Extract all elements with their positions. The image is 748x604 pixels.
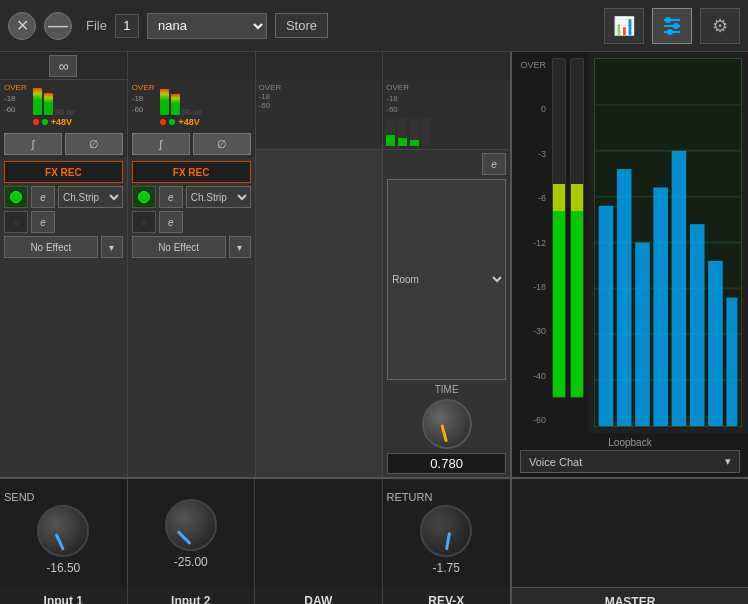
send-knob-indicator-input1	[54, 533, 64, 551]
bar-chart-icon: 📊	[613, 15, 635, 37]
meter-indicators-input1: +48V	[33, 117, 75, 127]
fx-row-input2: e Ch.Strip	[132, 186, 251, 208]
meter-labels-input1: OVER -18 -60	[4, 83, 27, 115]
send-knob-input2[interactable]	[165, 499, 217, 551]
high-pass-filter-button-input2[interactable]: ∫	[132, 133, 190, 155]
send-cell-input2: -25.00	[128, 479, 256, 587]
voice-chat-chevron: ▾	[725, 455, 731, 468]
meter-indicators-input2: +48V	[160, 117, 202, 127]
edit2-button-input2[interactable]: e	[159, 211, 183, 233]
meter-bar-4	[66, 110, 75, 115]
meter-db18-revx: -18	[386, 94, 507, 103]
meter-bar-1	[33, 88, 42, 115]
power2-button-input1[interactable]: ○	[4, 211, 28, 233]
no-effect-select-input2[interactable]: No Effect	[132, 236, 226, 258]
close-button[interactable]: ✕	[8, 12, 36, 40]
levels-icon-button[interactable]: 📊	[604, 8, 644, 44]
phase-button-input1[interactable]: ∅	[65, 133, 123, 155]
edit-button-input1[interactable]: e	[31, 186, 55, 208]
send-knob-indicator-input2	[177, 530, 192, 545]
signal-indicator-input2	[169, 119, 175, 125]
revx-time-knob[interactable]	[422, 399, 472, 449]
channel-name-input1: Input 1	[0, 587, 128, 604]
loopback-label: Loopback	[516, 437, 744, 448]
no-effect-row-input2: No Effect ▾	[132, 236, 251, 258]
channel-revx: OVER -18 -60	[383, 52, 510, 477]
revx-edit-button[interactable]: e	[482, 153, 506, 175]
daw-fx-area	[256, 150, 383, 477]
master-eq-display	[594, 58, 742, 427]
svg-rect-13	[599, 206, 614, 426]
db-label-18: -18	[512, 282, 546, 292]
master-db-scale: OVER 0 -3 -6 -12 -18 -30 -40 -60	[512, 52, 548, 433]
channels-and-master: ∞ OVER -18 -60	[0, 52, 748, 604]
edit2-button-input1[interactable]: e	[31, 211, 55, 233]
master-bottom	[512, 477, 748, 587]
upper-channel-area: ∞ OVER -18 -60	[0, 52, 510, 477]
no-effect-dropdown-input2[interactable]: ▾	[229, 236, 251, 258]
meter-revx: OVER -18 -60	[383, 80, 510, 150]
master-fader-left-green	[553, 211, 565, 397]
fx-row2-input1: ○ e	[4, 211, 123, 233]
no-effect-dropdown-input1[interactable]: ▾	[101, 236, 123, 258]
meter-bar-2	[44, 93, 53, 115]
fx-rec-button-input2[interactable]: FX REC	[132, 161, 251, 183]
send-knob-input1[interactable]	[37, 505, 89, 557]
spacer-revx	[383, 52, 510, 80]
high-pass-filter-button-input1[interactable]: ∫	[4, 133, 62, 155]
meter-daw: OVER -18 -60	[256, 80, 383, 150]
bottom-row: SEND -16.50 -25.00	[0, 477, 510, 587]
svg-rect-16	[653, 187, 668, 426]
phase-button-input2[interactable]: ∅	[193, 133, 251, 155]
eq-settings-button[interactable]	[652, 8, 692, 44]
db-label-12: -12	[512, 238, 546, 248]
svg-point-5	[667, 29, 673, 35]
main-layout: ∞ OVER -18 -60	[0, 52, 748, 604]
revx-mbar-4	[422, 118, 431, 146]
top-bar: ✕ — File 1 nana Store 📊 ⚙	[0, 0, 748, 52]
meter-bar2-3	[182, 109, 191, 115]
voice-chat-button[interactable]: Voice Chat ▾	[520, 450, 740, 473]
send-value-input1: -16.50	[46, 561, 80, 575]
preset-select[interactable]: nana	[147, 13, 267, 39]
master-loopback-section: Loopback Voice Chat ▾	[512, 433, 748, 477]
store-button[interactable]: Store	[275, 13, 328, 38]
db-label-3: -3	[512, 149, 546, 159]
ch-strip-select-input2[interactable]: Ch.Strip	[186, 186, 251, 208]
revx-room-select[interactable]: Room	[387, 179, 506, 380]
clip-indicator-input2	[160, 119, 166, 125]
power2-button-input2[interactable]: ○	[132, 211, 156, 233]
return-knob-revx[interactable]	[420, 505, 472, 557]
return-value-revx: -1.75	[433, 561, 460, 575]
fx-rec-button-input1[interactable]: FX REC	[4, 161, 123, 183]
meter-bars-input2	[160, 83, 202, 115]
revx-mbar-1	[386, 118, 395, 146]
edit-button-input2[interactable]: e	[159, 186, 183, 208]
svg-rect-19	[708, 261, 723, 426]
gear-button[interactable]: ⚙	[700, 8, 740, 44]
signal-indicator-input1	[42, 119, 48, 125]
minimize-button[interactable]: —	[44, 12, 72, 40]
fx-area-input1: FX REC e Ch.Strip ○ e	[0, 158, 127, 477]
power-button-input2[interactable]	[132, 186, 156, 208]
phantom-power-input2: +48V	[178, 117, 199, 127]
meter-bars-input1	[33, 83, 75, 115]
fx-area-input2: FX REC e Ch.Strip ○ e	[128, 158, 255, 477]
db-label-60: -60	[512, 415, 546, 425]
return-knob-indicator-revx	[445, 532, 451, 550]
master-fader-right[interactable]	[570, 58, 584, 398]
return-cell-revx: RETURN -1.75	[383, 479, 511, 587]
link-button-input1[interactable]: ∞	[49, 55, 77, 77]
return-label-revx: RETURN	[387, 491, 433, 503]
master-name: MASTER	[512, 587, 748, 604]
no-effect-select-input1[interactable]: No Effect	[4, 236, 98, 258]
power-button-input1[interactable]	[4, 186, 28, 208]
meter-over-revx: OVER	[386, 83, 507, 92]
master-eq-panel	[588, 52, 748, 433]
send-cell-input1: SEND -16.50	[0, 479, 128, 587]
left-channels: ∞ OVER -18 -60	[0, 52, 510, 604]
ch-strip-select-input1[interactable]: Ch.Strip	[58, 186, 123, 208]
master-fader-left[interactable]	[552, 58, 566, 398]
filter-buttons-input1: ∫ ∅	[0, 130, 127, 158]
meter-input2: OVER -18 -60	[128, 80, 255, 130]
